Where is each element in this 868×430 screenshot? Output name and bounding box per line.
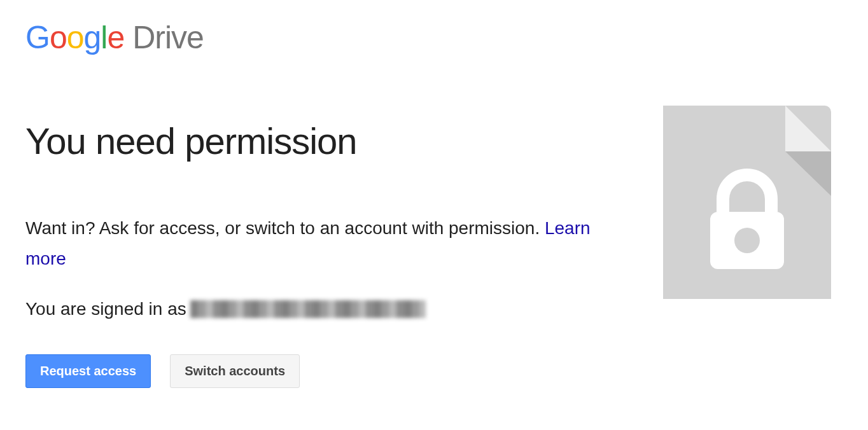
request-access-button[interactable]: Request access (25, 354, 151, 388)
svg-point-2 (734, 228, 760, 253)
google-drive-logo: Google Drive (25, 19, 843, 56)
google-word: Google (25, 20, 124, 55)
button-row: Request access Switch accounts (25, 354, 630, 388)
subtext-body: Want in? Ask for access, or switch to an… (25, 218, 545, 238)
page-title: You need permission (25, 120, 630, 162)
switch-accounts-button[interactable]: Switch accounts (170, 354, 300, 388)
locked-file-icon (658, 101, 836, 304)
signed-in-prefix: You are signed in as (25, 299, 186, 319)
permission-subtext: Want in? Ask for access, or switch to an… (25, 213, 630, 274)
signed-in-account-redacted (190, 300, 426, 318)
drive-word: Drive (132, 20, 204, 55)
signed-in-row: You are signed in as (25, 299, 630, 319)
